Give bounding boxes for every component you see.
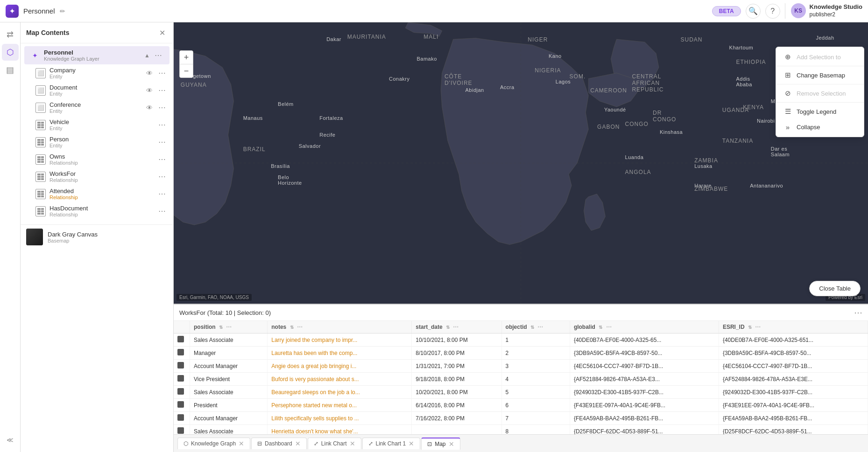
sidebar-close-button[interactable]: ✕ [156,27,168,38]
document-visibility-icon[interactable]: 👁 [146,87,153,94]
col-position[interactable]: position ⇅ ⋯ [190,321,268,334]
sidebar-item-conference[interactable]: ⬜ Conference Entity 👁 ⋯ [21,99,173,116]
cell-esri-id: {4EC56104-CCC7-4907-BF7D-1B... [719,360,868,373]
context-menu-toggle-legend[interactable]: ☰ Toggle Legend [776,104,864,119]
search-button[interactable]: 🔍 [746,4,761,19]
tab-knowledge-graph[interactable]: ⬡ Knowledge Graph ✕ [177,438,250,449]
basemap-info: Dark Gray Canvas Basemap [48,231,168,243]
document-icon: ⬜ [35,85,46,96]
table-row[interactable]: Sales Associate Larry joined the company… [174,334,868,347]
row-checkbox-cell[interactable] [174,386,190,399]
document-menu-icon[interactable]: ⋯ [156,85,168,96]
sidebar-item-document[interactable]: ⬜ Document Entity 👁 ⋯ [21,82,173,99]
user-menu[interactable]: KS Knowledge Studio publisher2 [785,3,862,18]
label-cote-divoire: CÔTED'IVOIRE [445,73,473,86]
table-row[interactable]: Sales Associate Henrietta doesn't know w… [174,425,868,435]
link-chart-1-tab-close[interactable]: ✕ [409,440,414,447]
col-globalid[interactable]: globalid ⇅ ⋯ [570,321,719,334]
close-table-button[interactable]: Close Table [809,281,861,296]
map-labels-layer: Jeddah Djibouti Mogadishu Khartoum Addis… [174,22,868,304]
worksfor-name: WorksFor [49,170,156,177]
worksfor-table: position ⇅ ⋯ notes ⇅ ⋯ start_date [174,321,868,434]
sidebar-item-attended[interactable]: Attended Relationship ⋯ [21,185,173,202]
knowledge-graph-btn[interactable]: ⬡ [2,44,19,61]
label-lusaka: Lusaka [694,163,712,169]
map-container[interactable]: Jeddah Djibouti Mogadishu Khartoum Addis… [174,22,868,304]
table-row[interactable]: Sales Associate Beauregard sleeps on the… [174,386,868,399]
context-menu-change-basemap[interactable]: ⊞ Change Basemap [776,67,864,83]
sidebar-item-person[interactable]: Person Entity ⋯ [21,133,173,151]
sidebar-item-worksfor[interactable]: WorksFor Relationship ⋯ [21,168,173,185]
cell-objectid: 6 [501,399,570,412]
row-checkbox-cell[interactable] [174,334,190,347]
dashboard-btn[interactable]: ▤ [2,62,19,78]
cell-start-date: 6/14/2016, 8:00 PM [412,399,501,412]
context-menu-collapse-label: Collapse [797,124,820,131]
zoom-in-button[interactable]: + [180,51,193,64]
sidebar-item-vehicle[interactable]: Vehicle Entity ⋯ [21,116,173,133]
owns-menu-icon[interactable]: ⋯ [156,154,168,165]
map-tab-close[interactable]: ✕ [449,441,454,447]
table-row[interactable]: President Persephone started new metal o… [174,399,868,412]
table-row[interactable]: Account Manager Angie does a great job b… [174,360,868,373]
tab-map[interactable]: ⊡ Map ✕ [421,438,460,450]
sidebar-item-hasdocument[interactable]: HasDocument Relationship ⋯ [21,202,173,220]
tab-link-chart-1[interactable]: ⤢ Link Chart 1 ✕ [362,438,421,449]
col-start-date[interactable]: start_date ⇅ ⋯ [412,321,501,334]
table-menu-button[interactable]: ⋯ [854,307,862,318]
expand-btn[interactable]: ≪ [2,431,19,448]
label-nigeria: NIGERIA [535,67,561,74]
worksfor-menu-icon[interactable]: ⋯ [156,171,168,182]
cell-start-date: 10/20/2021, 8:00 PM [412,386,501,399]
col-esri-id[interactable]: ESRI_ID ⇅ ⋯ [719,321,868,334]
tab-dashboard[interactable]: ⊟ Dashboard ✕ [251,438,307,449]
layer-group-menu-icon[interactable]: ⋯ [153,50,164,61]
toggle-panel-btn[interactable]: ⇄ [2,26,19,43]
link-chart-tab-close[interactable]: ✕ [350,440,355,447]
company-menu-icon[interactable]: ⋯ [156,68,168,78]
help-button[interactable]: ? [765,4,780,19]
layer-group-header[interactable]: ✦ Personnel Knowledge Graph Layer ▲ ⋯ [24,46,169,64]
user-name: Knowledge Studio [810,3,862,11]
company-visibility-icon[interactable]: 👁 [146,70,153,77]
table-scroll[interactable]: position ⇅ ⋯ notes ⇅ ⋯ start_date [174,321,868,434]
cell-position: Account Manager [190,412,268,425]
tab-link-chart[interactable]: ⤢ Link Chart ✕ [308,438,361,449]
table-row[interactable]: Vice President Buford is very passionate… [174,373,868,386]
label-addis-ababa: AddisAbaba [736,76,752,87]
table-row[interactable]: Account Manager Lilith specifically sell… [174,412,868,425]
owns-info: Owns Relationship [49,153,156,166]
row-checkbox-cell[interactable] [174,399,190,412]
sidebar-item-owns[interactable]: Owns Relationship ⋯ [21,151,173,168]
cell-position: Vice President [190,373,268,386]
col-objectid[interactable]: objectid ⇅ ⋯ [501,321,570,334]
edit-title-icon[interactable]: ✏ [60,7,65,15]
hasdocument-menu-icon[interactable]: ⋯ [156,206,168,216]
conference-visibility-icon[interactable]: 👁 [146,104,153,111]
row-checkbox-cell[interactable] [174,360,190,373]
conference-icon: ⬜ [35,103,46,113]
beta-badge[interactable]: BETA [712,6,741,16]
row-checkbox-cell[interactable] [174,425,190,435]
zoom-out-button[interactable]: − [180,64,193,77]
row-checkbox-cell[interactable] [174,347,190,360]
row-checkbox-cell[interactable] [174,373,190,386]
context-menu-remove-selection[interactable]: ⊘ Remove Selection [776,85,864,101]
context-menu-collapse[interactable]: » Collapse [776,119,864,135]
row-checkbox-cell[interactable] [174,412,190,425]
attended-type: Relationship [49,195,156,200]
knowledge-graph-tab-close[interactable]: ✕ [239,440,244,447]
dashboard-tab-close[interactable]: ✕ [295,440,301,447]
attended-menu-icon[interactable]: ⋯ [156,188,168,199]
map-table-area: Jeddah Djibouti Mogadishu Khartoum Addis… [174,22,868,452]
context-menu-add-selection[interactable]: ⊕ Add Selection to [776,49,864,65]
person-menu-icon[interactable]: ⋯ [156,137,168,147]
table-row[interactable]: Manager Lauretta has been with the comp.… [174,347,868,360]
vehicle-menu-icon[interactable]: ⋯ [156,119,168,130]
col-notes[interactable]: notes ⇅ ⋯ [268,321,412,334]
person-name: Person [49,136,156,143]
add-selection-icon: ⊕ [783,53,792,61]
sidebar-item-company[interactable]: ⬜ Company Entity 👁 ⋯ [21,64,173,82]
conference-menu-icon[interactable]: ⋯ [156,102,168,113]
label-kano: Kano [549,53,562,59]
